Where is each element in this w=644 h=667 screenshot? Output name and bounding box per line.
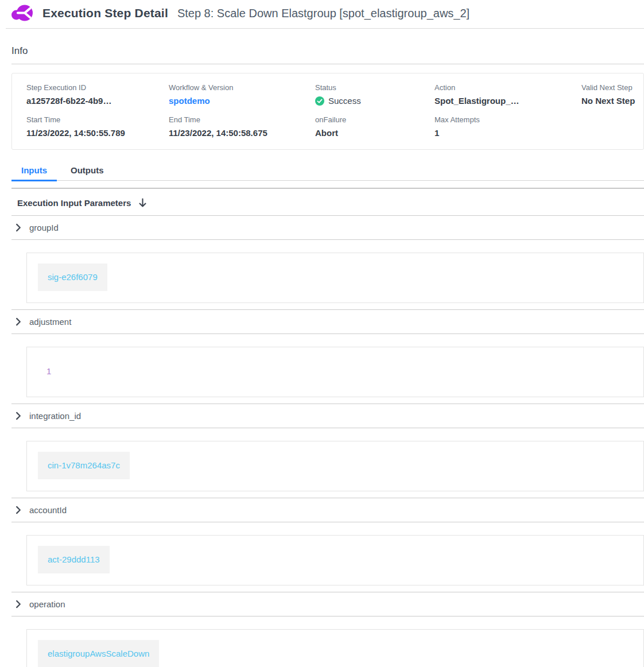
success-check-icon	[315, 96, 324, 106]
info-field-value-text: Success	[328, 96, 361, 106]
info-field-label: End Time	[169, 115, 315, 124]
parameter-group: groupId sig-e26f6079	[11, 216, 644, 310]
parameter-name: operation	[29, 599, 65, 609]
info-field: Action Spot_Elastigroup_…	[434, 83, 581, 106]
parameter-expand-row[interactable]: integration_id	[11, 404, 644, 428]
parameter-group: operation elastigroupAwsScaleDown	[11, 592, 644, 667]
parameter-name: groupId	[29, 223, 59, 232]
info-field: End Time 11/23/2022, 14:50:58.675	[169, 115, 315, 138]
parameter-name: integration_id	[29, 411, 81, 421]
parameter-list: groupId sig-e26f6079 adjustment 1	[11, 216, 644, 667]
info-field-label: Max Attempts	[434, 115, 581, 124]
tab[interactable]: Outputs	[61, 165, 114, 180]
info-field-value: 11/23/2022, 14:50:58.675	[169, 128, 315, 138]
info-field-value-text: 11/23/2022, 14:50:58.675	[169, 128, 267, 138]
parameter-expand-row[interactable]: operation	[11, 592, 644, 616]
parameter-value: sig-e26f6079	[38, 263, 107, 291]
info-field-label: Step Execution ID	[26, 83, 169, 92]
parameter-value: elastigroupAwsScaleDown	[38, 640, 159, 667]
info-field-value-text: Spot_Elastigroup_…	[434, 96, 519, 106]
info-field: onFailure Abort	[315, 115, 434, 138]
chevron-right-icon	[15, 317, 22, 326]
parameter-value: act-29ddd113	[38, 546, 110, 573]
page-title: Execution Step Detail	[42, 6, 168, 20]
info-field-value: Spot_Elastigroup_…	[434, 96, 581, 106]
parameter-name: accountId	[29, 505, 67, 515]
info-field-value-text: 1	[434, 128, 439, 138]
info-field-value: spotdemo	[169, 96, 315, 106]
execution-step-detail-page: Execution Step Detail Step 8: Scale Down…	[0, 0, 644, 667]
parameter-value-panel: act-29ddd113	[26, 535, 644, 585]
chevron-right-icon	[15, 412, 22, 420]
parameter-value-panel: elastigroupAwsScaleDown	[26, 629, 644, 667]
info-field-label: Action	[434, 83, 581, 92]
parameter-value-panel: 1	[26, 347, 644, 397]
info-field-value: Abort	[315, 128, 434, 138]
info-card: Step Execution ID a125728f-6b22-4b9… Wor…	[11, 73, 644, 150]
info-field-value-text: No Next Step	[581, 96, 635, 106]
parameter-group: adjustment 1	[11, 310, 644, 404]
info-field: Start Time 11/23/2022, 14:50:55.789	[26, 115, 169, 138]
tab[interactable]: Inputs	[11, 165, 57, 180]
info-field-value: 1	[434, 128, 581, 138]
info-field: Step Execution ID a125728f-6b22-4b9…	[26, 83, 169, 106]
info-field-value-text: a125728f-6b22-4b9…	[26, 96, 111, 106]
execution-input-parameters-header: Execution Input Parameters	[11, 189, 644, 216]
info-field-value-text: Abort	[315, 128, 338, 138]
tab-bar: Inputs Outputs	[11, 165, 644, 181]
chevron-right-icon	[15, 600, 22, 608]
chevron-right-icon	[15, 223, 22, 232]
page-subtitle: Step 8: Scale Down Elastgroup [spot_elas…	[177, 7, 470, 20]
info-field: Workflow & Version spotdemo	[169, 83, 315, 106]
info-field-value: a125728f-6b22-4b9…	[26, 96, 169, 106]
info-field-value: 11/23/2022, 14:50:55.789	[26, 128, 169, 138]
parameter-value-panel: cin-1v78m264as7c	[26, 441, 644, 491]
parameter-value: cin-1v78m264as7c	[38, 452, 130, 479]
info-field-label: Start Time	[26, 115, 169, 124]
parameter-name: adjustment	[29, 317, 71, 327]
parameter-expand-row[interactable]: adjustment	[11, 310, 644, 334]
info-field-label: onFailure	[315, 115, 434, 124]
info-field: Status Success	[315, 83, 434, 106]
info-field-value-text: spotdemo	[169, 96, 210, 106]
execution-input-parameters-title: Execution Input Parameters	[17, 198, 131, 208]
info-field-label: Workflow & Version	[169, 83, 315, 92]
info-field-label: Valid Next Step	[581, 83, 643, 92]
info-field: Max Attempts 1	[434, 115, 581, 138]
parameter-value: 1	[38, 358, 60, 385]
chevron-right-icon	[15, 506, 22, 514]
parameter-expand-row[interactable]: accountId	[11, 498, 644, 522]
info-field: Valid Next Step No Next Step	[581, 83, 643, 106]
parameter-expand-row[interactable]: groupId	[11, 216, 644, 240]
info-field-value: Success	[315, 96, 434, 106]
info-field-label: Status	[315, 83, 434, 92]
arrow-down-icon[interactable]	[138, 198, 147, 208]
parameter-group: accountId act-29ddd113	[11, 498, 644, 592]
page-header: Execution Step Detail Step 8: Scale Down…	[6, 0, 644, 29]
info-field-value: No Next Step	[581, 96, 643, 106]
spot-logo-icon	[11, 3, 34, 24]
info-field-value-text: 11/23/2022, 14:50:55.789	[26, 128, 125, 138]
info-section-title: Info	[11, 29, 644, 64]
parameter-value-panel: sig-e26f6079	[26, 253, 644, 303]
parameter-group: integration_id cin-1v78m264as7c	[11, 404, 644, 498]
